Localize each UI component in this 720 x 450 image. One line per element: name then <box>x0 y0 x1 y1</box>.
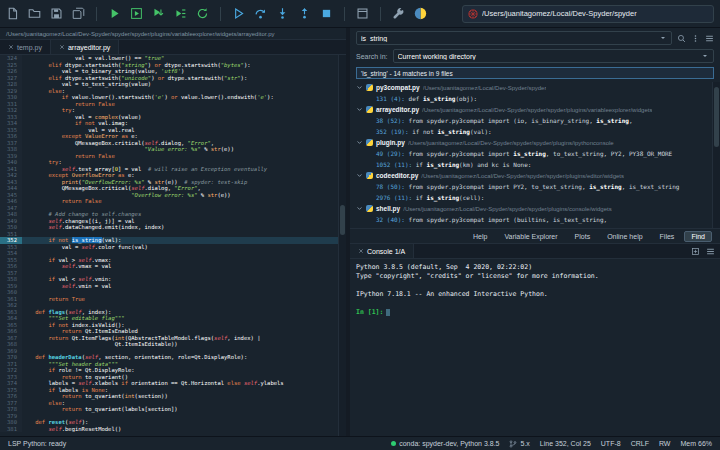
step-over-icon[interactable] <box>254 7 267 20</box>
find-pane: is_string Search in: Current working dir… <box>350 28 720 228</box>
env-status[interactable]: conda: spyder-dev, Python 3.8.5 <box>391 440 499 447</box>
pane-menu-icon[interactable] <box>705 34 714 43</box>
code-text: self.beginResetModel() <box>22 426 338 433</box>
editor-scrollbar[interactable] <box>338 55 346 436</box>
open-file-icon[interactable] <box>28 7 41 20</box>
search-query-combo[interactable]: is_string <box>356 31 672 45</box>
find-file-row[interactable]: plugin.py/Users/juanitagomez/Local/Dev-S… <box>356 137 710 148</box>
save-all-icon[interactable] <box>72 7 85 20</box>
toolbar-separator <box>220 7 221 21</box>
chevron-down-icon[interactable] <box>356 106 363 113</box>
find-match-row[interactable]: 131 (4): def is_string(obj): <box>356 93 710 104</box>
run-cell-icon[interactable] <box>130 7 143 20</box>
encoding-status[interactable]: UTF-8 <box>601 440 621 447</box>
tab-arrayeditor-py[interactable]: arrayeditor.py <box>51 40 119 54</box>
chevron-down-icon[interactable] <box>356 205 363 212</box>
tab-files[interactable]: Files <box>653 231 682 242</box>
cursor-position-status[interactable]: Line 352, Col 25 <box>540 440 591 447</box>
code-editor[interactable]: 324 val = val.lower() == "true"325 elif … <box>0 55 346 436</box>
editor-code[interactable]: 324 val = val.lower() == "true"325 elif … <box>0 55 338 436</box>
eol-status[interactable]: CRLF <box>631 440 649 447</box>
toolbar-separator <box>344 7 345 21</box>
chevron-down-icon[interactable] <box>356 139 363 146</box>
match-line-number: 2976 (11): <box>376 194 416 201</box>
search-summary[interactable]: 'is_string' - 14 matches in 9 files <box>356 67 714 79</box>
find-match-row[interactable]: 352 (19): if not is_string(val): <box>356 126 710 137</box>
find-file-row[interactable]: codeeditor.py/Users/juanitagomez/Local/D… <box>356 170 710 181</box>
working-directory-path: /Users/juanitagomez/Local/Dev-Spyder/spy… <box>482 9 637 18</box>
step-return-icon[interactable] <box>298 7 311 20</box>
tab-find[interactable]: Find <box>684 231 712 242</box>
close-icon[interactable] <box>8 44 14 50</box>
editor-scrollbar-thumb[interactable] <box>340 205 345 235</box>
tab-plots[interactable]: Plots <box>568 231 598 242</box>
close-icon[interactable] <box>59 44 65 50</box>
chevron-down-icon[interactable] <box>356 84 363 91</box>
result-file-name: arrayeditor.py <box>376 106 419 113</box>
run-cell-advance-icon[interactable] <box>152 7 165 20</box>
find-match-row[interactable]: 78 (50): from spyder.py3compat import PY… <box>356 181 710 192</box>
permissions-status[interactable]: RW <box>659 440 671 447</box>
console-tab-label: Console 1/A <box>367 248 405 255</box>
new-file-icon[interactable] <box>6 7 19 20</box>
console-prompt: In [1]: <box>356 308 383 316</box>
stop-debug-icon[interactable] <box>320 7 333 20</box>
tab-variable-explorer[interactable]: Variable Explorer <box>497 231 564 242</box>
find-match-row[interactable]: 38 (52): from spyder.py3compat import (i… <box>356 115 710 126</box>
preferences-icon[interactable] <box>392 7 405 20</box>
memory-status[interactable]: Mem 66% <box>680 440 712 447</box>
chevron-down-icon[interactable] <box>356 172 363 179</box>
search-location-combo[interactable]: Current working directory <box>393 49 714 63</box>
search-location: Current working directory <box>398 53 698 60</box>
working-directory-selector[interactable]: /Users/juanitagomez/Local/Dev-Spyder/spy… <box>462 5 714 23</box>
status-bar: LSP Python: ready conda: spyder-dev, Pyt… <box>0 436 720 450</box>
find-match-row[interactable]: 1052 (11): if is_string(km) and kc is No… <box>356 159 710 170</box>
chevron-down-icon[interactable] <box>701 52 709 60</box>
match-line-number: 131 (4): <box>376 95 409 102</box>
result-file-path: /Users/juanitagomez/Local/Dev-Spyder/spy… <box>421 173 624 179</box>
save-icon[interactable] <box>50 7 63 20</box>
find-file-row[interactable]: py3compat.py/Users/juanitagomez/Local/De… <box>356 82 710 93</box>
debug-icon[interactable] <box>232 7 245 20</box>
rerun-cell-icon[interactable] <box>196 7 209 20</box>
console-output[interactable]: Python 3.8.5 (default, Sep 4 2020, 02:22… <box>350 259 720 436</box>
results-scrollbar-thumb[interactable] <box>714 87 719 147</box>
spyder-logo-icon <box>468 9 478 19</box>
code-line[interactable]: 381 self.beginResetModel() <box>0 426 338 433</box>
python-file-icon <box>366 205 373 212</box>
close-icon[interactable] <box>358 248 364 254</box>
search-options-icon[interactable] <box>691 34 700 43</box>
find-match-row[interactable]: 49 (29): from spyder.py3compat import is… <box>356 148 710 159</box>
tab-online-help[interactable]: Online help <box>600 231 649 242</box>
python-file-icon <box>366 106 373 113</box>
maximize-pane-icon[interactable] <box>356 7 369 20</box>
console-prompt-line[interactable]: In [1]: <box>356 308 714 317</box>
console-menu-icon[interactable] <box>706 247 715 256</box>
find-match-row[interactable]: 2976 (11): if is_string(cell): <box>356 192 710 203</box>
tab-label: arrayeditor.py <box>68 44 110 51</box>
find-results-list: py3compat.py/Users/juanitagomez/Local/De… <box>350 81 720 228</box>
lsp-status[interactable]: LSP Python: ready <box>8 440 66 447</box>
new-console-icon[interactable] <box>691 247 700 256</box>
search-in-row: Search in: Current working directory <box>350 47 720 65</box>
tab-help[interactable]: Help <box>466 231 494 242</box>
search-query: is_string <box>361 35 656 42</box>
step-into-icon[interactable] <box>276 7 289 20</box>
match-text: from spyder.py3compat import (io, is_bin… <box>409 117 633 124</box>
find-file-row[interactable]: shell.py/Users/juanitagomez/Local/Dev-Sp… <box>356 203 710 214</box>
tab-console-1a[interactable]: Console 1/A <box>350 244 414 258</box>
run-icon[interactable] <box>108 7 121 20</box>
toolbar-separator <box>96 7 97 21</box>
console-line <box>356 281 714 290</box>
run-selection-icon[interactable] <box>174 7 187 20</box>
search-icon[interactable] <box>677 34 686 43</box>
tab-temp-py[interactable]: temp.py <box>0 40 51 54</box>
python-env-icon[interactable] <box>414 7 427 20</box>
chevron-down-icon[interactable] <box>659 34 667 42</box>
env-status-label: conda: spyder-dev, Python 3.8.5 <box>399 440 499 447</box>
find-file-row[interactable]: arrayeditor.py/Users/juanitagomez/Local/… <box>356 104 710 115</box>
results-scrollbar[interactable] <box>712 82 720 228</box>
find-match-row[interactable]: 32 (40): from spyder.py3compat import (b… <box>356 214 710 225</box>
git-branch-status[interactable]: 5.x <box>509 440 529 448</box>
match-line-number: 1052 (11): <box>376 161 416 168</box>
